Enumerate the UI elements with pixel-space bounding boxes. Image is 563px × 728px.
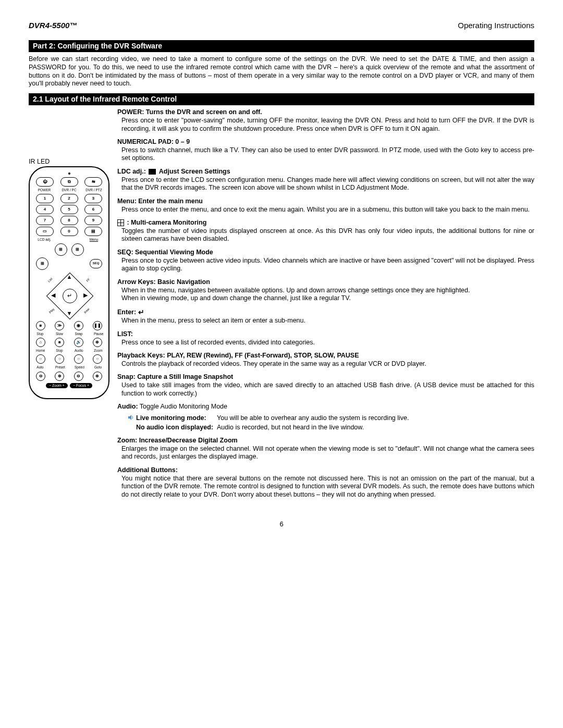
- multi-4-button: ⊞: [55, 243, 67, 256]
- enter-title: Enter:: [117, 309, 138, 316]
- ir-led-dot: [68, 172, 70, 175]
- audio-title-rest: Toggle Audio Monitoring Mode: [140, 403, 227, 410]
- zoom-focus-pills: − Zoom + − Focus +: [34, 383, 104, 389]
- speaker-icon: [128, 414, 134, 421]
- zoom-title: Zoom: Increase/Decrease Digital Zoom: [117, 437, 238, 444]
- additional-title: Additional Buttons:: [117, 466, 178, 474]
- home-labels: Home Stop Audio Zoom: [36, 349, 102, 353]
- enter-button: ↵: [63, 289, 77, 303]
- home-button: ⌂: [36, 338, 45, 347]
- multi-9-button: ⊞: [71, 243, 84, 256]
- pause-button: ❚❚: [93, 321, 102, 330]
- item-numpad: NUMERICAL PAD: 0 – 9 Press to switch cha…: [117, 138, 534, 163]
- section-title-remote-layout: 2.1 Layout of the Infrared Remote Contro…: [29, 93, 534, 106]
- playback-title: Playback Keys: PLAY, REW (Rewind), FF (F…: [117, 352, 359, 359]
- enter-arrow-icon: ↵: [138, 308, 144, 317]
- item-audio: Audio: Toggle Audio Monitoring Mode Live…: [117, 403, 534, 431]
- slow-button: ≫: [55, 321, 64, 330]
- item-multi: : Multi-camera Monitoring Toggles the nu…: [117, 219, 534, 243]
- dpad-rew-label: Rew: [84, 307, 91, 314]
- power-title: POWER: Turns the DVR and screen on and o…: [117, 108, 262, 116]
- audio-title-bold: Audio:: [117, 403, 138, 410]
- playback-row: ■ ≫ ◉ ❚❚: [36, 321, 102, 330]
- speed-button: ○: [74, 354, 83, 364]
- item-zoom: Zoom: Increase/Decrease Digital Zoom Enl…: [117, 437, 534, 461]
- dvr-pc-button: ⧉: [60, 177, 78, 187]
- numpad-row-3: 7 8 9: [36, 216, 102, 225]
- menu-button: ▤: [84, 227, 102, 236]
- model-number: DVR4-5500™: [29, 21, 77, 31]
- stop-button: ■: [36, 321, 45, 330]
- snap-title: Snap: Capture a Still Image Snapshot: [117, 373, 233, 380]
- multi-body: Toggles the number of video inputs displ…: [121, 227, 534, 243]
- num-1: 1: [36, 194, 54, 203]
- dvr-ptz-label: DVR / PTZ: [85, 188, 102, 192]
- goto-button: ○: [93, 354, 102, 364]
- item-playback: Playback Keys: PLAY, REW (Rewind), FF (F…: [117, 352, 534, 368]
- enter-body: When in the menu, press to select an ite…: [121, 317, 534, 325]
- dvr-pc-label: DVR / PC: [61, 188, 78, 192]
- ldc-title-before: LDC adj.:: [117, 168, 146, 175]
- num-0: 0: [60, 227, 78, 236]
- focus-pill: − Focus +: [70, 383, 92, 389]
- zoom-minus: ⊖: [36, 372, 45, 381]
- additional-body: You might notice that there are several …: [121, 475, 534, 499]
- num-3: 3: [84, 194, 102, 203]
- num-7: 7: [36, 216, 54, 225]
- seq-title: SEQ: Sequential Viewing Mode: [117, 249, 213, 256]
- focus-minus: ⊖: [74, 372, 83, 381]
- section-title-part2: Part 2: Configuring the DVR Software: [29, 40, 534, 53]
- item-ldc: LDC adj.: Adjust Screen Settings Press o…: [117, 168, 534, 192]
- seq-button: SEQ: [90, 259, 102, 268]
- playback-labels: Stop Slow Snap Pause: [36, 332, 102, 336]
- lcd-label: LCD adj.: [36, 238, 53, 242]
- snap-button: ◉: [74, 321, 83, 330]
- zoom-pill: − Zoom +: [46, 383, 68, 389]
- item-seq: SEQ: Sequential Viewing Mode Press once …: [117, 249, 534, 273]
- auto-button: ○: [36, 354, 45, 364]
- remote-top-labels: POWER DVR / PC DVR / PTZ: [36, 188, 102, 192]
- audio-no-row: No audio icon displayed: Audio is record…: [128, 424, 534, 432]
- zoom-focus-btn-row: ⊖ ⊕ ⊖ ⊕: [36, 372, 102, 381]
- remote-outline: ⏻ ⧉ ⇆ POWER DVR / PC DVR / PTZ 1 2 3 4 5…: [29, 166, 109, 399]
- audio-no-label: No audio icon displayed:: [136, 424, 217, 432]
- list-body: Press once to see a list of recorded eve…: [121, 339, 534, 347]
- list-title: LIST:: [117, 330, 133, 338]
- item-arrows: Arrow Keys: Basic Navigation When in the…: [117, 278, 534, 303]
- content-row: IR LED ⏻ ⧉ ⇆ POWER DVR / PC DVR / PTZ 1 …: [29, 108, 534, 504]
- stop2-button: ■: [55, 338, 64, 347]
- audio-no-text: Audio is recorded, but not heard in the …: [217, 424, 364, 432]
- intro-paragraph: Before we can start recording video, we …: [29, 55, 534, 88]
- num-6: 6: [84, 205, 102, 214]
- numpad-body: Press to switch channel, much like a TV.…: [121, 146, 534, 163]
- svg-marker-0: [128, 415, 131, 420]
- seq-body: Press once to cycle between active video…: [121, 257, 534, 273]
- num-2: 2: [60, 194, 78, 203]
- audio-live-label: Live monitoring mode:: [136, 414, 217, 423]
- numpad-row-2: 4 5 6: [36, 205, 102, 214]
- page-number: 6: [29, 520, 534, 528]
- multi-16-button: ⊞: [36, 257, 48, 270]
- arrows-body2: When in viewing mode, up and down change…: [121, 294, 534, 303]
- menu-label: Menu: [85, 238, 102, 242]
- doc-type: Operating Instructions: [458, 21, 534, 31]
- arrows-title: Arrow Keys: Basic Navigation: [117, 278, 210, 286]
- descriptions: POWER: Turns the DVR and screen on and o…: [117, 108, 534, 504]
- audio-live-text: You will be able to overhear any audio t…: [217, 414, 409, 423]
- dpad: ▲ ▼ ◀ ▶ ↵ List FF Play Rew: [46, 272, 93, 319]
- power-button: ⏻: [36, 177, 54, 187]
- multi-row-2: ⊞ SEQ: [36, 257, 102, 270]
- ldc-title-after: Adjust Screen Settings: [159, 168, 230, 175]
- dvr-ptz-button: ⇆: [84, 177, 102, 187]
- numpad-row-4: ▭ 0 ▤: [36, 227, 102, 236]
- lcd-adj-button: ▭: [36, 227, 54, 236]
- num-5: 5: [60, 205, 78, 214]
- power-body: Press once to enter "power-saving" mode,…: [121, 117, 534, 133]
- item-menu: Menu: Enter the main menu Press once to …: [117, 198, 534, 214]
- grid-icon: [117, 219, 124, 226]
- screen-icon: [149, 169, 156, 175]
- dpad-list-label: List: [47, 277, 53, 283]
- preset-button: ○: [55, 354, 64, 364]
- multi-title: : Multi-camera Monitoring: [127, 219, 206, 226]
- snap-body: Used to take still images from the video…: [121, 381, 534, 398]
